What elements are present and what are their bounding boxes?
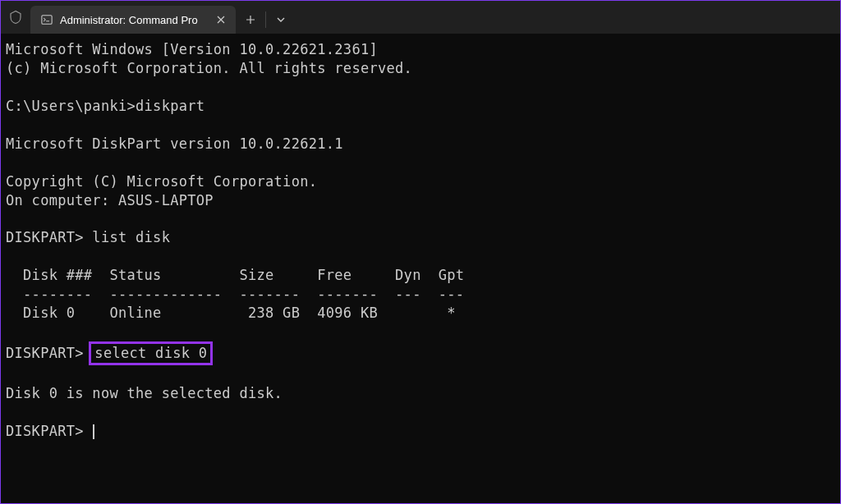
diskpart-copyright-line: Copyright (C) Microsoft Corporation.: [6, 173, 317, 190]
diskpart-prompt: DISKPART>: [6, 423, 92, 439]
command-list-disk: list disk: [92, 229, 170, 245]
terminal-icon: [40, 13, 53, 26]
disk-table-header: Disk ### Status Size Free Dyn Gpt: [6, 267, 464, 283]
svg-rect-0: [42, 16, 52, 25]
new-tab-button[interactable]: [236, 6, 265, 34]
titlebar: Administrator: Command Pro: [1, 1, 840, 34]
app-shield-icon: [1, 1, 30, 34]
diskpart-prompt: DISKPART>: [6, 229, 92, 245]
close-tab-button[interactable]: [214, 13, 227, 26]
tab-title: Administrator: Command Pro: [60, 14, 208, 26]
diskpart-computer-line: On computer: ASUS-LAPTOP: [6, 192, 214, 208]
disk-table-row: Disk 0 Online 238 GB 4096 KB *: [6, 305, 456, 321]
diskpart-prompt: DISKPART>: [6, 345, 92, 361]
tab-dropdown-button[interactable]: [266, 6, 296, 34]
command-select-disk: select disk 0: [94, 345, 207, 361]
diskpart-version-line: Microsoft DiskPart version 10.0.22621.1: [6, 135, 343, 152]
command-diskpart: diskpart: [136, 98, 205, 114]
highlighted-command: select disk 0: [89, 341, 213, 365]
windows-version-line: Microsoft Windows [Version 10.0.22621.23…: [6, 41, 378, 57]
copyright-line: (c) Microsoft Corporation. All rights re…: [6, 60, 412, 76]
terminal-content[interactable]: Microsoft Windows [Version 10.0.22621.23…: [1, 34, 840, 447]
diskpart-result-line: Disk 0 is now the selected disk.: [6, 385, 283, 401]
prompt-path: C:\Users\panki>: [6, 98, 136, 114]
text-cursor: [93, 424, 94, 439]
disk-table-divider: -------- ------------- ------- ------- -…: [6, 286, 464, 302]
terminal-tab[interactable]: Administrator: Command Pro: [30, 6, 236, 34]
